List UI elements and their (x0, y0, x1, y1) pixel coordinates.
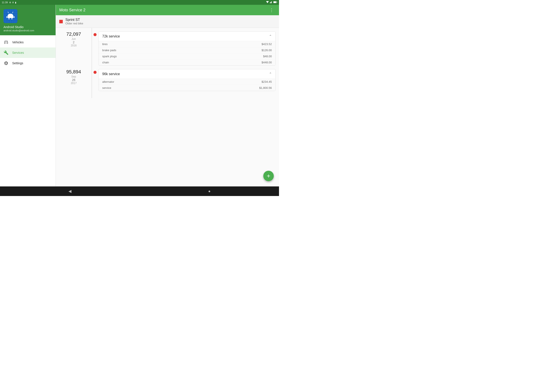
battery-icon (273, 1, 277, 4)
svg-rect-1 (270, 2, 271, 3)
service-items-1: tires $423.52 brake pads $126.00 spark p… (99, 41, 275, 65)
service-year-2: 2017 (59, 82, 88, 85)
item-name-1-3: spark plugs (102, 55, 117, 58)
table-row: 95,894 Sep 26 2017 96k service ⌃ (59, 69, 276, 91)
status-bar: 11:39 ⚙ A ▮ (0, 0, 279, 5)
back-button[interactable]: ◀ (65, 187, 75, 195)
svg-rect-5 (274, 1, 276, 3)
sidebar-header: Android Studio android.studio@android.co… (0, 5, 56, 35)
service-card-title-2: 96k service (102, 72, 120, 76)
battery-status-icon: ▮ (15, 1, 16, 4)
status-bar-left: 11:39 ⚙ A ▮ (2, 1, 16, 4)
sidebar-settings-label: Settings (12, 61, 23, 65)
item-name-1-1: tires (102, 43, 108, 46)
item-cost-1-3: $48.00 (263, 55, 272, 58)
service-year-1: 2016 (59, 44, 88, 47)
content-area: Moto Service 2 ⋮ Sprint ST Older red bik… (56, 5, 279, 187)
list-item: service $1,800.56 (99, 85, 275, 91)
list-item: spark plugs $48.00 (99, 53, 275, 60)
item-name-1-4: chain (102, 61, 109, 64)
service-day-1: 2 (59, 41, 88, 44)
item-cost-2-1: $234.45 (262, 80, 272, 83)
more-options-icon[interactable]: ⋮ (268, 7, 276, 14)
timeline-dot-2 (94, 71, 96, 74)
svg-rect-3 (271, 1, 272, 3)
sidebar-user-email: android.studio@android.com (3, 29, 34, 32)
list-item: tires $423.52 (99, 41, 275, 47)
list-item: chain $448.00 (99, 60, 275, 65)
timeline-dot-1 (94, 33, 96, 36)
vehicle-description: Older red bike (65, 22, 83, 25)
service-detail-col-1: 72k service ⌃ tires $423.52 brake pads (98, 31, 276, 66)
sidebar-user-name: Android Studio (3, 25, 24, 29)
item-cost-1-4: $448.00 (262, 61, 272, 64)
wrench-icon (3, 50, 9, 55)
item-name-2-1: alternator (102, 80, 114, 83)
vehicle-color-box (59, 20, 63, 23)
vehicle-info: Sprint ST Older red bike (65, 18, 83, 25)
vehicle-header: Sprint ST Older red bike (56, 15, 279, 28)
svg-rect-0 (270, 2, 270, 3)
sidebar: Android Studio android.studio@android.co… (0, 5, 56, 187)
app-bar-title: Moto Service 2 (59, 8, 86, 12)
item-cost-1-2: $126.00 (262, 49, 272, 52)
app-bar: Moto Service 2 ⋮ (56, 5, 279, 15)
status-time: 11:39 (2, 1, 8, 4)
sidebar-nav: Vehicles Services Settings (0, 35, 56, 187)
table-row: 72,097 Jun 2 2016 72k service ⌃ (59, 31, 276, 66)
service-card-header-2[interactable]: 96k service ⌃ (99, 69, 275, 79)
settings-status-icon: ⚙ (9, 1, 11, 4)
list-item: alternator $234.45 (99, 79, 275, 85)
service-month-1: Jun (59, 37, 88, 41)
item-name-1-2: brake pads (102, 49, 116, 52)
wifi-icon (266, 1, 269, 4)
item-name-2-2: service (102, 86, 111, 90)
service-card-1: 72k service ⌃ tires $423.52 brake pads (98, 31, 276, 66)
list-item: brake pads $126.00 (99, 47, 275, 53)
chevron-up-icon-2: ⌃ (269, 72, 272, 76)
sidebar-item-services[interactable]: Services (0, 47, 56, 58)
bottom-bar: ◀ ● (0, 187, 279, 196)
service-detail-col-2: 96k service ⌃ alternator $234.45 service (98, 69, 276, 91)
service-month-2: Sep (59, 75, 88, 78)
item-cost-1-1: $423.52 (262, 43, 272, 46)
service-card-title-1: 72k service (102, 34, 120, 38)
sidebar-services-label: Services (12, 51, 24, 54)
svg-rect-2 (271, 2, 271, 3)
vehicle-name: Sprint ST (65, 18, 83, 22)
home-button[interactable]: ● (205, 187, 214, 195)
service-card-2: 96k service ⌃ alternator $234.45 service (98, 69, 276, 91)
content-main: Sprint ST Older red bike 72,097 Jun 2 20… (56, 15, 279, 187)
service-day-2: 26 (59, 78, 88, 82)
gear-icon (3, 60, 9, 66)
android-status-icon: A (12, 1, 14, 4)
car-icon (3, 40, 9, 45)
sidebar-item-settings[interactable]: Settings (0, 58, 56, 68)
svg-rect-6 (277, 2, 277, 3)
svg-point-11 (5, 43, 6, 43)
service-items-2: alternator $234.45 service $1,800.56 (99, 79, 275, 91)
service-date-col-1: 72,097 Jun 2 2016 (59, 31, 92, 66)
avatar (3, 9, 17, 23)
service-mileage-2: 95,894 (59, 69, 88, 75)
service-mileage-1: 72,097 (59, 31, 88, 37)
sidebar-item-vehicles[interactable]: Vehicles (0, 37, 56, 47)
status-bar-right (266, 1, 277, 4)
service-card-header-1[interactable]: 72k service ⌃ (99, 32, 275, 41)
item-cost-2-2: $1,800.56 (259, 86, 272, 90)
chevron-up-icon-1: ⌃ (269, 34, 272, 38)
svg-point-12 (7, 43, 7, 43)
add-service-fab[interactable]: + (263, 171, 274, 181)
service-date-col-2: 95,894 Sep 26 2017 (59, 69, 92, 91)
sidebar-vehicles-label: Vehicles (12, 41, 24, 44)
services-container: 72,097 Jun 2 2016 72k service ⌃ (56, 28, 279, 98)
signal-icon (270, 1, 272, 4)
main-container: Android Studio android.studio@android.co… (0, 5, 279, 187)
